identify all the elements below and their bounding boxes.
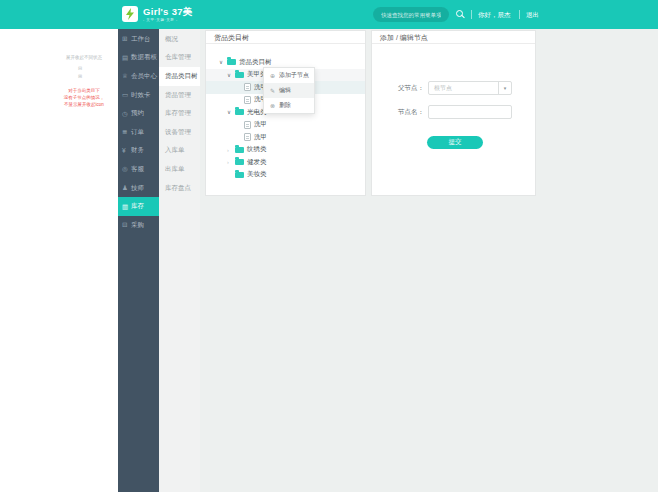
sidebar-item-workbench[interactable]: ⊞工作台 [118, 30, 159, 49]
inventory-submenu: 概况 仓库管理 货品类目树 货品管理 库存管理 设备管理 入库单 出库单 库存盘… [159, 29, 200, 492]
file-icon [244, 121, 251, 129]
main-content: 货品类目树 ∨ 货品类目树 ∨ 美甲类 洗甲 洗甲 [200, 29, 658, 492]
sidebar-item-appointments[interactable]: ◷预约 [118, 104, 159, 123]
submenu-item-overview[interactable]: 概况 [159, 30, 200, 49]
file-icon [244, 83, 251, 91]
sidebar-item-purchasing[interactable]: ⊟采购 [118, 216, 159, 235]
cart-icon: ⊟ [122, 221, 131, 229]
search-input[interactable] [373, 7, 449, 22]
tree-node-makeup[interactable]: 美妆类 [206, 169, 365, 182]
panel-title: 添加 / 编辑节点 [372, 31, 535, 44]
sidebar-item-customer-service[interactable]: ◎客服 [118, 160, 159, 179]
logo-text: Girl's 37美 - 美甲·美睫·美肤 - [143, 7, 193, 22]
menu-item-label: 添加子节点 [279, 71, 309, 80]
tree-node-leaf[interactable]: 洗甲 [206, 131, 365, 144]
node-name-input[interactable] [428, 105, 512, 119]
sidebar-item-label: 订单 [131, 128, 144, 137]
pencil-icon: ✎ [270, 87, 279, 94]
category-tree-panel: 货品类目树 ∨ 货品类目树 ∨ 美甲类 洗甲 洗甲 [205, 30, 366, 196]
sidebar-item-technicians[interactable]: ♟技师 [118, 179, 159, 198]
tree-node-label: 纹绣类 [247, 145, 267, 154]
crown-icon: ♕ [122, 72, 131, 80]
annotation-note-line: 对于当前类目下 [50, 87, 118, 94]
submenu-item-outbound-order[interactable]: 出库单 [159, 160, 200, 179]
yuan-icon: ¥ [122, 147, 131, 154]
annotation-note-line: 不显示展开收起icon [50, 101, 118, 108]
select-value: 根节点 [429, 84, 498, 93]
tree-node-leaf[interactable]: 洗甲 [206, 119, 365, 132]
submenu-item-category-tree[interactable]: 货品类目树 [159, 67, 200, 86]
folder-icon [235, 109, 244, 115]
menu-item-edit[interactable]: ✎ 编辑 [264, 83, 314, 98]
folder-icon [227, 59, 236, 65]
folder-icon [235, 172, 244, 178]
sidebar-item-inventory[interactable]: ▥库存 [118, 197, 159, 216]
tree-node-label: 洗甲 [254, 120, 267, 129]
header-divider [471, 10, 472, 19]
folder-icon [235, 72, 244, 78]
node-name-row: 节点名： [396, 105, 535, 119]
sidebar-item-label: 库存 [131, 202, 144, 211]
chart-icon: ▤ [122, 54, 131, 62]
sidebar-item-dashboard[interactable]: ▤数据看板 [118, 49, 159, 68]
logout-link[interactable]: 退出 [526, 11, 539, 20]
logo-tagline: - 美甲·美睫·美肤 - [143, 18, 193, 22]
sidebar-item-label: 工作台 [131, 35, 151, 44]
clock-icon: ◷ [122, 110, 131, 118]
sidebar-item-member-center[interactable]: ♕会员中心 [118, 67, 159, 86]
submenu-item-goods-mgmt[interactable]: 货品管理 [159, 86, 200, 105]
menu-item-add-child[interactable]: ⊕ 添加子节点 [264, 68, 314, 83]
tree-node-label: 货品类目树 [239, 58, 272, 67]
submenu-item-inbound-order[interactable]: 入库单 [159, 142, 200, 161]
submenu-item-stocktaking[interactable]: 库存盘点 [159, 179, 200, 198]
chevron-down-icon[interactable]: ∨ [219, 58, 227, 66]
annotation-title: 展开收起不同状态 [52, 55, 116, 60]
submenu-item-stock-mgmt[interactable]: 库存管理 [159, 104, 200, 123]
tree-node-label: 健发类 [247, 158, 267, 167]
submenu-item-equipment-mgmt[interactable]: 设备管理 [159, 123, 200, 142]
expand-state-icon: ⊞ [74, 72, 86, 80]
sidebar-item-label: 会员中心 [131, 72, 157, 81]
parent-node-label: 父节点： [396, 84, 424, 93]
grid-icon: ⊞ [122, 35, 131, 43]
chevron-down-icon[interactable]: ▾ [498, 82, 511, 94]
logo-name: Girl's 37美 [143, 7, 193, 17]
box-icon: ▥ [122, 203, 131, 211]
panel-title: 货品类目树 [206, 31, 365, 44]
menu-item-label: 删除 [279, 101, 291, 110]
sidebar-item-finance[interactable]: ¥财务 [118, 142, 159, 161]
tree-node-label: 洗甲 [254, 133, 267, 142]
chevron-right-icon[interactable]: › [227, 158, 235, 166]
parent-node-select[interactable]: 根节点 ▾ [428, 81, 512, 95]
add-edit-node-panel: 添加 / 编辑节点 父节点： 根节点 ▾ 节点名： 提交 [371, 30, 536, 196]
chevron-right-icon[interactable]: › [227, 146, 235, 154]
node-name-label: 节点名： [396, 108, 424, 117]
folder-icon [235, 147, 244, 153]
search-icon[interactable] [456, 10, 466, 20]
card-icon: ▭ [122, 91, 131, 99]
chevron-down-icon[interactable]: ∨ [227, 108, 235, 116]
list-icon: ≣ [122, 128, 131, 136]
folder-icon [235, 159, 244, 165]
user-greeting: 你好，晨杰 [478, 11, 511, 20]
tree-node-label: 美妆类 [247, 170, 267, 179]
sidebar-item-time-card[interactable]: ▭时效卡 [118, 86, 159, 105]
menu-item-label: 编辑 [279, 86, 291, 95]
parent-node-row: 父节点： 根节点 ▾ [396, 81, 535, 95]
tree-node-tattoo[interactable]: › 纹绣类 [206, 144, 365, 157]
collapse-state-icon: ⊟ [74, 64, 86, 72]
annotation-note: 对于当前类目下 没有子节点的情况， 不显示展开收起icon [50, 87, 118, 108]
app-header: Girl's 37美 - 美甲·美睫·美肤 - 你好，晨杰 退出 [0, 0, 658, 29]
sidebar-item-label: 时效卡 [131, 91, 151, 100]
tree-node-hair[interactable]: › 健发类 [206, 156, 365, 169]
sidebar-item-orders[interactable]: ≣订单 [118, 123, 159, 142]
file-icon [244, 133, 251, 141]
submenu-item-warehouse-mgmt[interactable]: 仓库管理 [159, 49, 200, 68]
annotation-state-icons: ⊟ ⊞ [74, 64, 86, 80]
node-context-menu: ⊕ 添加子节点 ✎ 编辑 ⊗ 删除 [263, 67, 315, 114]
sidebar-item-label: 预约 [131, 109, 144, 118]
submit-button[interactable]: 提交 [427, 136, 483, 149]
menu-item-delete[interactable]: ⊗ 删除 [264, 98, 314, 113]
chevron-down-icon[interactable]: ∨ [227, 71, 235, 79]
person-icon: ♟ [122, 184, 131, 192]
